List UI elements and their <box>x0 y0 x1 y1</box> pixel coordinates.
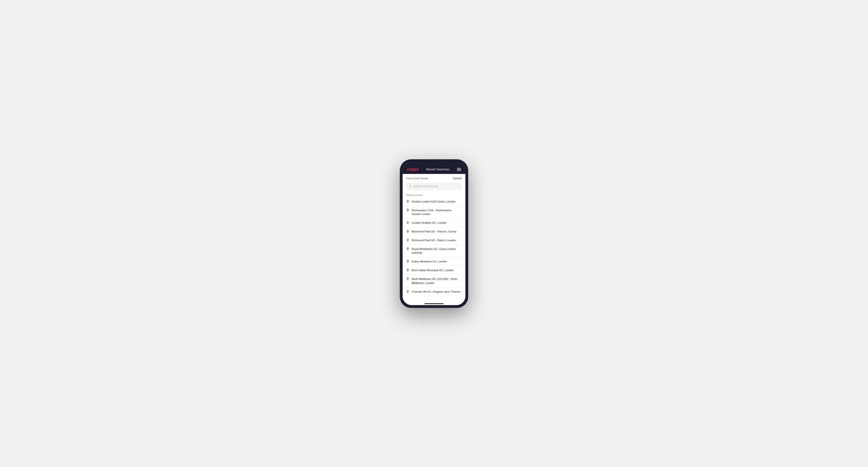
location-pin-icon <box>406 260 409 263</box>
course-name: Coombe Hill GC, Kingston upon Thames <box>411 290 461 293</box>
course-list-item[interactable]: Roehampton Club - Roehampton, Greater Lo… <box>403 206 465 219</box>
phone-screen: clippd Recent Searches Find a Golf Cours… <box>403 162 465 305</box>
course-name: London Scottish GC, London <box>411 221 446 225</box>
course-name: Brent Valley Municipal GC, London <box>411 268 454 272</box>
location-pin-icon <box>406 209 409 212</box>
course-list-item[interactable]: Richmond Park GC - Duke's, London <box>403 236 465 245</box>
location-pin-icon <box>406 277 409 281</box>
phone-frame: clippd Recent Searches Find a Golf Cours… <box>400 159 468 308</box>
course-list-item[interactable]: Brent Valley Municipal GC, London <box>403 266 465 275</box>
nearby-section: Nearby courses Central London Golf Centr… <box>403 192 465 305</box>
location-pin-icon <box>406 221 409 224</box>
course-list-item[interactable]: Dukes Meadows GC, London <box>403 257 465 266</box>
course-name: Richmond Park GC - Duke's, London <box>411 238 456 242</box>
content-area: Find a Golf Course Cancel Search Golf Co… <box>403 174 465 305</box>
course-name: Dukes Meadows GC, London <box>411 259 447 263</box>
course-list-item[interactable]: Richmond Park GC - Prince's, Surrey <box>403 227 465 236</box>
location-pin-icon <box>406 290 409 293</box>
course-list-item[interactable]: Royal Wimbledon GC, Great London Authori… <box>403 245 465 257</box>
location-pin-icon <box>406 269 409 272</box>
search-placeholder-text: Search Golf Course <box>413 185 438 188</box>
courses-list: Central London Golf Centre, London Roeha… <box>403 197 465 296</box>
course-name: Richmond Park GC - Prince's, Surrey <box>411 229 457 234</box>
home-indicator <box>425 303 443 304</box>
location-pin-icon <box>406 247 409 251</box>
cancel-button[interactable]: Cancel <box>453 177 462 180</box>
course-list-item[interactable]: Coombe Hill GC, Kingston upon Thames <box>403 287 465 296</box>
course-name: Central London Golf Centre, London <box>411 199 455 204</box>
menu-icon[interactable] <box>457 168 461 171</box>
location-pin-icon <box>406 200 409 203</box>
find-header: Find a Golf Course Cancel <box>403 174 465 182</box>
location-pin-icon <box>406 239 409 242</box>
svg-line-1 <box>411 187 411 187</box>
search-icon <box>409 185 412 188</box>
course-list-item[interactable]: London Scottish GC, London <box>403 219 465 227</box>
course-name: North Middlesex GC (1011942 - North Midd… <box>411 277 462 285</box>
course-list-item[interactable]: Central London Golf Centre, London <box>403 197 465 206</box>
course-list-item[interactable]: North Middlesex GC (1011942 - North Midd… <box>403 275 465 287</box>
course-name: Roehampton Club - Roehampton, Greater Lo… <box>411 208 462 216</box>
location-pin-icon <box>406 230 409 233</box>
search-bar-container: Search Golf Course <box>403 182 465 192</box>
status-bar <box>403 162 465 165</box>
nearby-label: Nearby courses <box>403 192 465 197</box>
course-name: Royal Wimbledon GC, Great London Authori… <box>411 247 462 255</box>
search-bar[interactable]: Search Golf Course <box>406 183 462 190</box>
nav-bar: clippd Recent Searches <box>403 165 465 174</box>
app-logo: clippd <box>407 167 418 172</box>
nav-title: Recent Searches <box>426 167 450 171</box>
find-label: Find a Golf Course <box>406 177 428 180</box>
